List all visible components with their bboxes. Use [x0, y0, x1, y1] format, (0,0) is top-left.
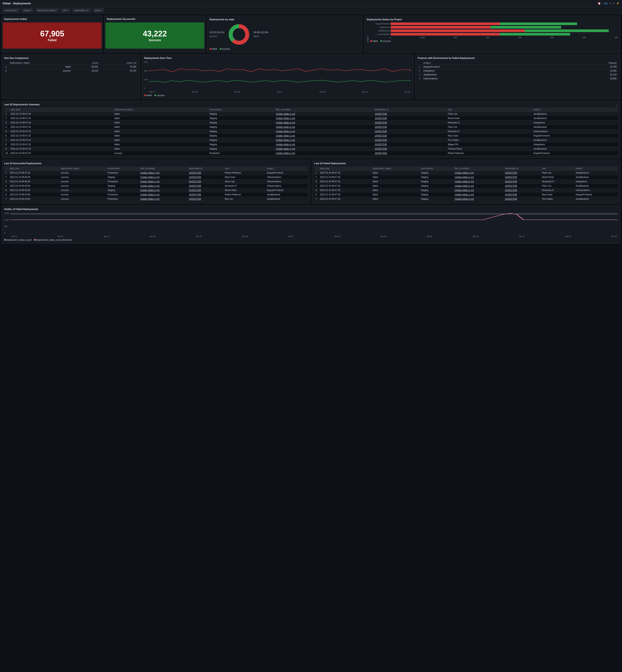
cell-depid[interactable]: 1643017638 [373, 125, 447, 129]
outlier-x-axis: Jan 11 Jan 12 Jan 13 Jan 14 Jan 15 Jan 1… [10, 235, 618, 237]
cell-depid[interactable]: 1643017638 [504, 192, 541, 197]
panel-deployments-by-state: Deployments by state 43,222 (38.2%) succ… [207, 16, 363, 52]
cell-file[interactable]: Update.gitlab-ci.yml [139, 171, 188, 175]
cell-depid[interactable]: 1643017638 [504, 175, 541, 180]
cell-user: Robert Pattinson [223, 171, 266, 175]
cell-project: JavaBackend [266, 197, 308, 201]
cell-file[interactable]: Update.gitlab-ci.yml [275, 147, 373, 151]
cell-file[interactable]: Update.gitlab-ci.yml [453, 188, 504, 192]
row-num: 5 [4, 129, 9, 134]
cell-depid[interactable]: 1643017638 [373, 147, 447, 151]
cell-file[interactable]: Update.gitlab-ci.yml [275, 138, 373, 142]
cell-depid[interactable]: 1643017638 [373, 151, 447, 155]
cell-file[interactable]: Update.gitlab-ci.yml [453, 197, 504, 201]
cell-depid[interactable]: 1643017638 [504, 197, 541, 201]
cell-depid[interactable]: 1643017638 [187, 180, 223, 184]
filter-group[interactable]: group * [93, 8, 104, 12]
cell-depid[interactable]: 1643017538 [187, 184, 223, 188]
cell-file[interactable]: Update.gitlab-ci.yml [139, 180, 188, 184]
cell-file[interactable]: Update.gitlab-ci.yml [275, 125, 373, 129]
cell-file[interactable]: Update.gitlab-ci.yml [453, 192, 504, 197]
cell-file[interactable]: Update.gitlab-ci.yml [139, 188, 188, 192]
cell-file[interactable]: Update.gitlab-ci.yml [139, 192, 188, 197]
cell-file[interactable]: Update.gitlab-ci.yml [453, 184, 504, 188]
refresh-icon[interactable]: ↻ [610, 2, 612, 5]
filter-user[interactable]: user * [61, 8, 70, 12]
time-range[interactable]: -14D [602, 2, 608, 5]
cell-file[interactable]: Update.gitlab-ci.yml [139, 197, 188, 201]
cell-depid[interactable]: 1643017638 [504, 171, 541, 175]
cell-file[interactable]: Update.gitlab-ci.yml [453, 171, 504, 175]
y-axis-project-label: project [367, 23, 369, 42]
row-num: 1 [4, 171, 8, 175]
cell-env: Staging [420, 188, 453, 192]
bar-label-java: JavaBackend [370, 30, 390, 32]
cell-depid[interactable]: 1643017438 [187, 188, 223, 192]
cell-depid[interactable]: 1643017638 [373, 112, 447, 116]
table-row: 3 2022-01-24 09:47:18 failed Staging Upd… [314, 180, 618, 184]
filter-project[interactable]: project * [22, 8, 34, 12]
cell-depid[interactable]: 1643017638 [373, 116, 447, 120]
env-row-4: 4 UIAutomations 16,858 [418, 77, 618, 81]
cell-file[interactable]: Update.gitlab-ci.yml [275, 134, 373, 138]
cell-file[interactable]: Update.gitlab-ci.yml [275, 129, 373, 134]
stat-failed: 67,905 Failed [3, 23, 102, 49]
f-col-num [314, 166, 319, 171]
cell-project: UIAutomations [575, 188, 618, 192]
s-col-project: project [266, 166, 308, 171]
cell-status: failed [372, 175, 420, 180]
f-col-date: date_time [319, 166, 372, 171]
cell-project: UIAutomations [266, 184, 308, 188]
panel-last15-successful: Last 15 Successful Deployments date_time… [2, 160, 310, 203]
cell-depid[interactable]: 1643017638 [504, 188, 541, 192]
cell-depid[interactable]: 1643017638 [187, 171, 223, 175]
cell-project: JavaBackend [532, 116, 618, 120]
cell-env: Staging [420, 197, 453, 201]
chevron-down-icon[interactable]: ▾ [613, 2, 615, 5]
table-row: 2 2022-01-24 09:47:18 failed Staging Upd… [314, 175, 618, 180]
cell-file[interactable]: Update.gitlab-ci.yml [453, 180, 504, 184]
cell-depid[interactable]: 1643017638 [373, 142, 447, 147]
cell-date: 2022-01-24 09:45:39 [8, 175, 60, 180]
cell-depid[interactable]: 1643017638 [373, 138, 447, 142]
cell-file[interactable]: Update.gitlab-ci.yml [275, 112, 373, 116]
cell-project: UIAutomations [532, 129, 618, 134]
cell-file[interactable]: Update.gitlab-ci.yml [453, 175, 504, 180]
comparison-row-failed: 1 failed 69,955 70,005 [4, 65, 138, 69]
s-col-user: user [223, 166, 266, 171]
bar-row-ui: UIAutomations [370, 33, 618, 36]
cell-file[interactable]: Update.gitlab-ci.yml [139, 184, 188, 188]
cell-file[interactable]: Update.gitlab-ci.yml [275, 120, 373, 125]
last20-expand-icon[interactable]: ○ [616, 104, 618, 107]
cell-depid[interactable]: 1643017638 [373, 129, 447, 134]
cell-env: Production [106, 197, 139, 201]
filter-deployment-status[interactable]: deployment_status * [35, 8, 59, 12]
cell-depid[interactable]: 1643017438 [187, 192, 223, 197]
panel-deployments-success: Deployments Successful 43,222 Success [104, 16, 205, 52]
cell-depid[interactable]: 1643017638 [504, 184, 541, 188]
panel-last15-failed: Last 15 Failed Deployments date_time dep… [312, 160, 620, 203]
cell-depid[interactable]: 1643017438 [187, 197, 223, 201]
cell-env: Staging [208, 125, 275, 129]
cell-depid[interactable]: 1643017639 [187, 175, 223, 180]
row-stats: Deployments Failed 67,905 Failed Deploym… [2, 16, 620, 52]
filter-deployable-id[interactable]: deployable_id * [72, 8, 91, 12]
table-row: 6 2022-01-24 09:47:18 failed Staging Upd… [314, 192, 618, 197]
col-files: files_commited [275, 108, 373, 112]
threshold-legend-dot [34, 239, 36, 241]
failed-count: 67,905 [40, 29, 64, 38]
cell-file[interactable]: Update.gitlab-ci.yml [275, 151, 373, 155]
row-num: 7 [4, 138, 9, 142]
count-legend-dot [4, 239, 6, 241]
svg-point-2 [233, 28, 245, 41]
cell-depid[interactable]: 1643017638 [373, 120, 447, 125]
cell-depid[interactable]: 1643017638 [373, 134, 447, 138]
cell-depid[interactable]: 1643017638 [504, 180, 541, 184]
filter-environment[interactable]: environment * [3, 8, 20, 12]
f-col-user: user [541, 166, 575, 171]
cell-file[interactable]: Update.gitlab-ci.yml [139, 175, 188, 180]
table-row: 7 2022-01-24 09:47:18 failed Staging Upd… [4, 138, 618, 142]
filter-icon[interactable]: ⚡ [616, 2, 619, 5]
cell-file[interactable]: Update.gitlab-ci.yml [275, 116, 373, 120]
cell-file[interactable]: Update.gitlab-ci.yml [275, 142, 373, 147]
